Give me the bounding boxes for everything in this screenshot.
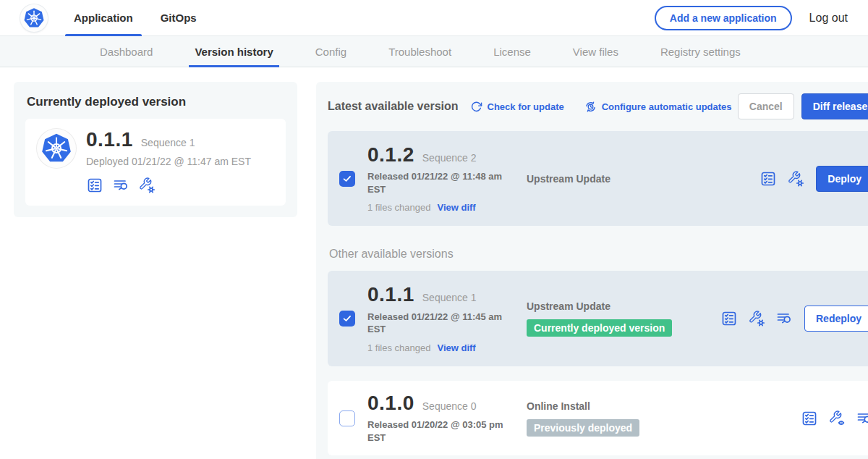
preflight-checklist-icon[interactable] xyxy=(801,410,818,427)
edit-config-wrench-gear-icon[interactable] xyxy=(138,177,156,194)
released-timestamp: Released 01/21/22 @ 11:45 am EST xyxy=(367,311,527,336)
released-line2: EST xyxy=(367,431,527,445)
edit-config-wrench-gear-icon[interactable] xyxy=(748,310,765,327)
files-changed-label: 1 files changed xyxy=(367,202,430,213)
previously-deployed-badge: Previously deployed xyxy=(527,419,639,437)
version-source-label: Online Install xyxy=(527,400,720,412)
version-number: 0.1.2 xyxy=(367,144,414,165)
add-new-application-button[interactable]: Add a new application xyxy=(655,6,792,30)
version-checkbox[interactable] xyxy=(339,171,355,187)
check-for-update-link[interactable]: Check for update xyxy=(470,101,564,113)
released-line1: Released 01/20/22 @ 03:05 pm xyxy=(367,418,527,431)
version-checkbox[interactable] xyxy=(339,311,355,327)
deployed-sequence-label: Sequence 1 xyxy=(141,137,195,148)
version-source-label: Upstream Update xyxy=(527,173,720,185)
deployed-version-card: 0.1.1 Sequence 1 Deployed 01/21/22 @ 11:… xyxy=(25,119,286,206)
sequence-label: Sequence 2 xyxy=(422,152,477,164)
configure-automatic-updates-label: Configure automatic updates xyxy=(602,101,732,112)
version-number: 0.1.0 xyxy=(367,392,414,413)
check-for-update-label: Check for update xyxy=(488,101,564,112)
tab-gitops[interactable]: GitOps xyxy=(161,0,197,36)
app-sub-nav: Dashboard Version history Config Trouble… xyxy=(0,36,868,67)
other-available-versions-title: Other available versions xyxy=(329,248,868,261)
view-diff-link[interactable]: View diff xyxy=(437,342,475,353)
tab-application[interactable]: Application xyxy=(74,0,133,36)
clock-refresh-icon xyxy=(584,101,597,113)
subnav-item-dashboard[interactable]: Dashboard xyxy=(100,36,153,67)
released-line1: Released 01/21/22 @ 11:45 am xyxy=(367,311,527,324)
version-row-0-1-2: 0.1.2 Sequence 2 Released 01/21/22 @ 11:… xyxy=(328,131,868,226)
released-line2: EST xyxy=(367,323,527,336)
currently-deployed-title: Currently deployed version xyxy=(27,95,286,109)
subnav-item-config[interactable]: Config xyxy=(315,36,346,67)
deployed-version-number: 0.1.1 xyxy=(86,129,133,150)
view-files-magnifier-icon[interactable] xyxy=(775,310,793,327)
deployed-timestamp: Deployed 01/21/22 @ 11:47 am EST xyxy=(86,156,251,167)
sequence-label: Sequence 0 xyxy=(422,400,477,412)
refresh-icon xyxy=(470,101,482,113)
released-timestamp: Released 01/20/22 @ 03:05 pm EST xyxy=(367,418,527,444)
view-files-magnifier-icon[interactable] xyxy=(112,177,129,194)
subnav-item-view-files[interactable]: View files xyxy=(573,36,618,67)
preflight-checklist-icon[interactable] xyxy=(86,177,103,194)
view-config-wrench-eye-icon[interactable] xyxy=(828,410,846,427)
version-row-0-1-1: 0.1.1 Sequence 1 Released 01/21/22 @ 11:… xyxy=(328,271,868,366)
logout-button[interactable]: Log out xyxy=(809,12,848,25)
view-files-magnifier-icon[interactable] xyxy=(856,410,868,427)
preflight-checklist-icon[interactable] xyxy=(720,310,738,327)
app-logo-icon xyxy=(37,129,76,168)
released-timestamp: Released 01/21/22 @ 11:48 am EST xyxy=(367,170,527,195)
configure-automatic-updates-link[interactable]: Configure automatic updates xyxy=(584,101,732,113)
files-changed-label: 1 files changed xyxy=(367,342,430,353)
latest-available-title: Latest available version xyxy=(328,100,459,113)
currently-deployed-badge: Currently deployed version xyxy=(527,319,672,337)
top-nav-tabs: Application GitOps xyxy=(74,0,197,36)
diff-releases-button[interactable]: Diff releases xyxy=(801,93,868,119)
preflight-checklist-icon[interactable] xyxy=(760,170,777,188)
released-line2: EST xyxy=(367,183,527,196)
deploy-button[interactable]: Deploy xyxy=(816,166,868,192)
currently-deployed-card: Currently deployed version 0.1.1 Sequenc… xyxy=(14,82,297,217)
subnav-item-troubleshoot[interactable]: Troubleshoot xyxy=(388,36,451,67)
subnav-item-license[interactable]: License xyxy=(493,36,531,67)
subnav-item-version-history[interactable]: Version history xyxy=(195,36,273,67)
version-source-label: Upstream Update xyxy=(527,300,720,312)
kubernetes-logo-icon xyxy=(20,4,48,32)
subnav-item-registry-settings[interactable]: Registry settings xyxy=(660,36,741,67)
cancel-button[interactable]: Cancel xyxy=(738,93,794,119)
version-row-0-1-0: 0.1.0 Sequence 0 Released 01/20/22 @ 03:… xyxy=(328,381,868,455)
version-number: 0.1.1 xyxy=(367,284,414,305)
edit-config-wrench-gear-icon[interactable] xyxy=(787,170,804,188)
available-versions-panel: Latest available version Check for updat… xyxy=(316,82,868,459)
sequence-label: Sequence 1 xyxy=(422,292,477,303)
view-diff-link[interactable]: View diff xyxy=(437,202,475,213)
top-nav: Application GitOps Add a new application… xyxy=(0,0,868,36)
released-line1: Released 01/21/22 @ 11:48 am xyxy=(367,170,527,183)
redeploy-button[interactable]: Redeploy xyxy=(804,306,868,332)
version-checkbox[interactable] xyxy=(339,410,355,426)
